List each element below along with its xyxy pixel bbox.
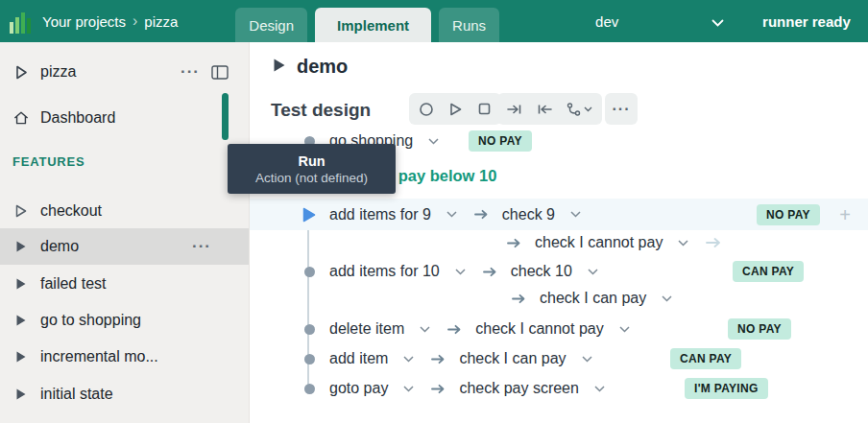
breadcrumb-current-project[interactable]: pizza bbox=[144, 13, 178, 30]
step-check-label[interactable]: check I can pay bbox=[540, 290, 646, 307]
sidebar-item-demo[interactable]: demo ··· bbox=[0, 228, 249, 265]
tab-implement[interactable]: Implement bbox=[315, 8, 431, 42]
sidebar-item-label: Dashboard bbox=[40, 109, 115, 127]
check-arrow-icon bbox=[447, 324, 463, 335]
chevron-down-icon[interactable] bbox=[403, 356, 414, 363]
toolbar-more-button[interactable]: ··· bbox=[605, 93, 638, 125]
tab-design[interactable]: Design bbox=[235, 8, 307, 42]
play-icon bbox=[13, 388, 29, 401]
app-window: Your projects › pizza Design Implement R… bbox=[0, 0, 868, 423]
check-arrow-icon bbox=[431, 384, 446, 394]
status-badge: CAN PAY bbox=[733, 261, 804, 282]
sidebar-item-initial-state[interactable]: initial state bbox=[0, 376, 249, 412]
project-header-row: pizza ··· bbox=[0, 56, 249, 88]
status-badge: CAN PAY bbox=[670, 348, 741, 369]
sidebar-item-dashboard[interactable]: Dashboard bbox=[0, 102, 249, 134]
mode-tabs: Design Implement Runs bbox=[235, 8, 499, 42]
test-check-row: check I can pay bbox=[250, 284, 868, 313]
runner-status: runner ready bbox=[762, 13, 851, 30]
chevron-down-icon[interactable] bbox=[588, 269, 598, 275]
top-bar: Your projects › pizza Design Implement R… bbox=[0, 0, 868, 42]
chevron-down-icon[interactable] bbox=[570, 211, 581, 218]
feature-label: incremental mo... bbox=[40, 348, 158, 365]
branch-dropdown-value: dev bbox=[595, 13, 618, 30]
chevron-down-icon[interactable] bbox=[619, 326, 630, 333]
sidebar-scrollbar-thumb[interactable] bbox=[222, 93, 229, 140]
step-action-label[interactable]: add item bbox=[329, 350, 388, 367]
step-check-label[interactable]: check I can pay bbox=[459, 350, 566, 367]
step-check-label[interactable]: check 9 bbox=[502, 206, 555, 223]
chevron-down-icon[interactable] bbox=[582, 356, 592, 363]
test-step-row: goto pay check pay screen I'M PAYING bbox=[250, 374, 868, 403]
check-arrow-icon bbox=[474, 209, 490, 220]
step-check-label[interactable]: check pay screen bbox=[459, 380, 579, 397]
step-action-label[interactable]: add items for 10 bbox=[329, 263, 440, 280]
sidebar-item-incremental[interactable]: incremental mo... bbox=[0, 339, 249, 375]
breadcrumb-projects-link[interactable]: Your projects bbox=[42, 13, 126, 30]
test-title-row: demo bbox=[273, 56, 348, 78]
status-badge: NO PAY bbox=[728, 318, 791, 340]
chevron-down-icon[interactable] bbox=[662, 295, 672, 302]
status-badge: NO PAY bbox=[757, 204, 820, 225]
playback-toolbar-group bbox=[409, 93, 501, 125]
collapse-sidebar-icon[interactable] bbox=[211, 65, 229, 80]
chevron-down-icon[interactable] bbox=[455, 269, 466, 275]
step-check-label[interactable]: check 10 bbox=[511, 263, 572, 280]
play-icon bbox=[13, 277, 29, 291]
check-arrow-icon bbox=[431, 354, 446, 364]
chevron-down-icon bbox=[711, 13, 724, 30]
tab-runs[interactable]: Runs bbox=[439, 8, 499, 42]
feature-label: demo bbox=[40, 238, 79, 255]
tooltip-title: Run bbox=[298, 153, 325, 169]
test-title: demo bbox=[297, 56, 348, 78]
chevron-down-icon[interactable] bbox=[403, 386, 414, 392]
tooltip-subtitle: Action (not defined) bbox=[255, 171, 368, 185]
run-project-icon[interactable] bbox=[13, 65, 29, 80]
test-step-row: add item check I can pay CAN PAY bbox=[250, 344, 868, 373]
branch-dropdown[interactable]: dev bbox=[595, 13, 724, 30]
features-section-label: FEATURES bbox=[12, 154, 85, 169]
feature-label: initial state bbox=[40, 386, 113, 403]
add-step-icon[interactable]: + bbox=[839, 203, 851, 225]
sidebar: pizza ··· Dashboard FEATURES checkout de bbox=[0, 42, 250, 423]
play-icon[interactable] bbox=[448, 102, 463, 117]
step-action-label[interactable]: goto pay bbox=[329, 380, 388, 397]
status-badge: NO PAY bbox=[469, 130, 532, 152]
test-step-row: delete item check I cannot pay NO PAY bbox=[250, 315, 868, 343]
step-toolbar-group bbox=[497, 93, 602, 125]
chevron-down-icon[interactable] bbox=[420, 326, 430, 333]
step-to-start-icon[interactable] bbox=[537, 103, 552, 116]
sidebar-item-failed-test[interactable]: failed test bbox=[0, 266, 249, 302]
sidebar-item-go-to-shopping[interactable]: go to shopping bbox=[0, 302, 249, 339]
step-action-label[interactable]: add items for 9 bbox=[329, 206, 431, 223]
add-check-ghost-arrow-icon[interactable] bbox=[706, 237, 723, 248]
feature-more-icon[interactable]: ··· bbox=[192, 237, 211, 256]
step-dot bbox=[301, 354, 317, 364]
app-logo-icon bbox=[10, 9, 33, 34]
step-dot bbox=[301, 324, 317, 335]
record-icon[interactable] bbox=[419, 102, 434, 117]
feature-label: failed test bbox=[40, 275, 106, 293]
chevron-down-icon[interactable] bbox=[594, 386, 605, 392]
check-arrow-icon bbox=[507, 238, 522, 248]
page-title: Test design bbox=[271, 100, 371, 121]
run-tooltip: Run Action (not defined) bbox=[228, 144, 396, 194]
run-test-icon[interactable] bbox=[273, 58, 286, 77]
play-icon bbox=[13, 350, 29, 364]
status-badge: I'M PAYING bbox=[685, 378, 768, 399]
step-check-label[interactable]: check I cannot pay bbox=[535, 234, 663, 251]
project-more-icon[interactable]: ··· bbox=[181, 62, 200, 82]
branch-flow-icon[interactable] bbox=[567, 103, 592, 116]
run-step-button[interactable] bbox=[301, 207, 317, 223]
feature-label: checkout bbox=[40, 202, 102, 220]
step-action-label[interactable]: delete item bbox=[329, 320, 404, 338]
chevron-down-icon[interactable] bbox=[428, 138, 439, 145]
step-check-label[interactable]: check I cannot pay bbox=[475, 320, 603, 338]
sidebar-item-checkout[interactable]: checkout bbox=[0, 193, 249, 229]
project-name[interactable]: pizza bbox=[40, 63, 76, 81]
step-to-end-icon[interactable] bbox=[507, 103, 522, 116]
chevron-down-icon[interactable] bbox=[678, 240, 688, 247]
chevron-down-icon[interactable] bbox=[446, 211, 457, 218]
test-step-row: add items for 10 check 10 CAN PAY bbox=[250, 257, 868, 286]
stop-icon[interactable] bbox=[477, 102, 492, 116]
